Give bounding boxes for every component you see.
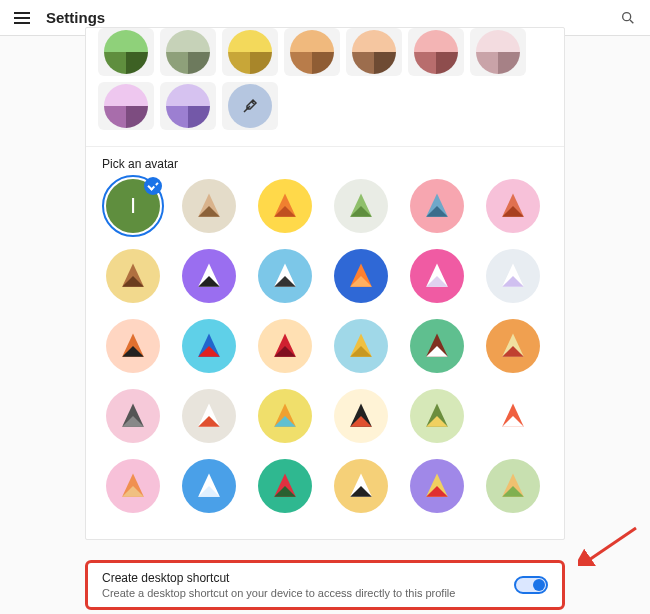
shortcut-text: Create desktop shortcut Create a desktop… xyxy=(102,571,455,599)
avatar-sandwich[interactable] xyxy=(486,459,540,513)
avatar-section-label: Pick an avatar xyxy=(86,147,564,179)
avatar-unicorn[interactable] xyxy=(486,249,540,303)
avatar-football[interactable] xyxy=(410,319,464,373)
avatar-owl[interactable] xyxy=(486,179,540,233)
avatar-monkey[interactable] xyxy=(106,249,160,303)
avatar-grid: I xyxy=(86,179,564,529)
color-swatch-2[interactable] xyxy=(222,28,278,76)
avatar-frog[interactable] xyxy=(334,179,388,233)
avatar-sunglasses[interactable] xyxy=(106,389,160,443)
avatar-tamagotchi[interactable] xyxy=(258,389,312,443)
shortcut-title: Create desktop shortcut xyxy=(102,571,455,585)
avatar-cat[interactable] xyxy=(182,179,236,233)
search-icon[interactable] xyxy=(616,6,640,30)
avatar-initial-letter: I xyxy=(130,193,136,219)
toggle-knob xyxy=(533,579,545,591)
page-title: Settings xyxy=(46,9,105,26)
avatar-watermelon[interactable] xyxy=(258,459,312,513)
color-swatch-7[interactable] xyxy=(98,82,154,130)
avatar-butterfly[interactable] xyxy=(334,249,388,303)
avatar-smile[interactable] xyxy=(486,389,540,443)
color-swatch-5[interactable] xyxy=(408,28,464,76)
avatar-panda[interactable] xyxy=(182,249,236,303)
color-swatch-grid xyxy=(86,28,564,146)
avatar-vinyl[interactable] xyxy=(334,389,388,443)
avatar-ramen[interactable] xyxy=(486,319,540,373)
shortcut-subtitle: Create a desktop shortcut on your device… xyxy=(102,587,455,599)
avatar-bicycle[interactable] xyxy=(182,319,236,373)
shortcut-toggle[interactable] xyxy=(514,576,548,594)
create-shortcut-row: Create desktop shortcut Create a desktop… xyxy=(85,560,565,610)
avatar-icecream[interactable] xyxy=(106,459,160,513)
avatar-basketball[interactable] xyxy=(106,319,160,373)
eyedropper-button[interactable] xyxy=(222,82,278,130)
customize-panel: Pick an avatar I xyxy=(85,27,565,540)
svg-line-1 xyxy=(630,20,633,23)
checkmark-icon xyxy=(144,177,162,195)
avatar-penguin[interactable] xyxy=(258,249,312,303)
avatar-sushi[interactable] xyxy=(182,389,236,443)
svg-line-60 xyxy=(586,528,636,562)
avatar-note[interactable] xyxy=(182,459,236,513)
avatar-fox[interactable] xyxy=(258,179,312,233)
color-swatch-0[interactable] xyxy=(98,28,154,76)
avatar-elephant[interactable] xyxy=(410,179,464,233)
avatar-avocado[interactable] xyxy=(410,389,464,443)
annotation-arrow xyxy=(578,526,638,566)
svg-point-0 xyxy=(623,12,631,20)
color-swatch-1[interactable] xyxy=(160,28,216,76)
menu-icon[interactable] xyxy=(10,6,34,30)
avatar-onigiri[interactable] xyxy=(334,459,388,513)
avatar-bird[interactable] xyxy=(258,319,312,373)
color-swatch-4[interactable] xyxy=(346,28,402,76)
color-swatch-6[interactable] xyxy=(470,28,526,76)
avatar-initial[interactable]: I xyxy=(106,179,160,233)
avatar-popcorn[interactable] xyxy=(410,459,464,513)
avatar-cheese[interactable] xyxy=(334,319,388,373)
color-swatch-3[interactable] xyxy=(284,28,340,76)
color-swatch-8[interactable] xyxy=(160,82,216,130)
avatar-rabbit[interactable] xyxy=(410,249,464,303)
